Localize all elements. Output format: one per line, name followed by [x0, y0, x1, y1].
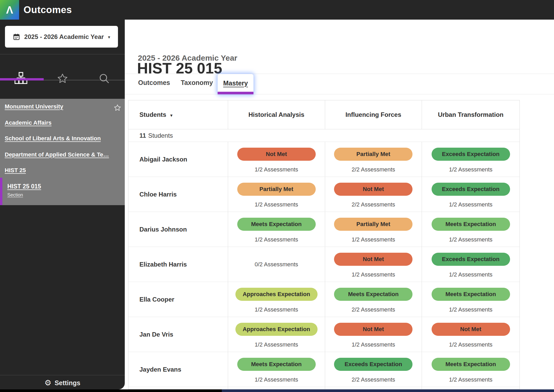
assessments-count: 1/2 Assessments [352, 271, 395, 278]
outcomes-app-screen: Λ Outcomes 2025 - 2026 Academic Year ▾ [0, 0, 554, 392]
tab-favorites[interactable] [42, 59, 83, 98]
mastery-badge: Partially Met [334, 218, 412, 231]
student-name: Ella Cooper [128, 282, 228, 317]
mastery-cell: Exceeds Expectation 1/2 Assessments [422, 247, 519, 282]
tab-mastery[interactable]: Mastery [218, 74, 253, 94]
active-tab-underline [218, 92, 253, 94]
assessments-count: 1/2 Assessments [255, 341, 298, 348]
mastery-cell: Not Met 1/2 Assessments [228, 142, 325, 177]
mastery-cell: Approaches Expectation 1/2 Assessments [228, 317, 325, 352]
mastery-table: Students ▼ Historical Analysis Influenci… [128, 100, 520, 389]
tabs-top-divider [125, 74, 554, 74]
mastery-badge: Exceeds Expectation [432, 253, 510, 266]
mastery-cell: Meets Expectation 1/2 Assessments [228, 212, 325, 247]
assessments-count: 2/2 Assessments [352, 201, 395, 208]
table-row: Ella Cooper Approaches Expectation 1/2 A… [128, 282, 519, 317]
org-unit-monument-university[interactable]: Monument University [5, 103, 63, 110]
mastery-cell: Meets Expectation 1/2 Assessments [422, 352, 519, 387]
tabs-bottom-divider [125, 94, 554, 94]
assessments-count: 1/2 Assessments [255, 236, 298, 243]
tab-taxonomy[interactable]: Taxonomy [181, 79, 213, 87]
mastery-badge: Exceeds Expectation [334, 358, 412, 371]
student-count-number: 11 [139, 132, 146, 139]
assessments-count: 1/2 Assessments [352, 341, 395, 348]
mastery-badge: Exceeds Expectation [432, 148, 510, 161]
mastery-badge: Not Met [334, 323, 412, 336]
mastery-cell: Meets Expectation 1/2 Assessments [422, 212, 519, 247]
student-name: Darius Johnson [128, 212, 228, 247]
table-row: Jayden Evans Meets Expectation 1/2 Asses… [128, 352, 519, 387]
students-header-label: Students [139, 111, 166, 118]
org-unit-dept-applied-science[interactable]: Department of Applied Science & Te… [5, 151, 109, 158]
mastery-cell: Partially Met 2/2 Assessments [325, 142, 422, 177]
sidebar: 2025 - 2026 Academic Year ▾ [0, 20, 125, 389]
assessments-count: 1/2 Assessments [449, 271, 492, 278]
table-row: Abigail Jackson Not Met 1/2 Assessments … [128, 142, 519, 177]
mastery-badge: Not Met [432, 323, 510, 336]
assessments-count: 1/2 Assessments [449, 341, 492, 348]
mastery-badge: Exceeds Expectation [432, 183, 510, 196]
assessments-count: 1/2 Assessments [255, 376, 298, 383]
chevron-down-icon: ▾ [108, 34, 110, 40]
tab-search[interactable] [83, 59, 125, 98]
mastery-cell: Exceeds Expectation 2/2 Assessments [325, 352, 422, 387]
assessments-count: 2/2 Assessments [352, 306, 395, 313]
mastery-cell: Not Met 1/2 Assessments [325, 247, 422, 282]
assessments-count: 1/2 Assessments [255, 306, 298, 313]
org-unit-school-liberal-arts[interactable]: School of Liberal Arts & Innovation [5, 135, 101, 142]
mastery-badge: Not Met [334, 253, 412, 266]
assessments-count: 1/2 Assessments [352, 236, 395, 243]
tab-outcomes[interactable]: Outcomes [138, 79, 170, 87]
sidebar-divider [0, 54, 125, 54]
org-unit-academic-affairs[interactable]: Academic Affairs [5, 119, 52, 126]
mastery-cell: Meets Expectation 1/2 Assessments [422, 282, 519, 317]
column-header-students[interactable]: Students ▼ [128, 100, 228, 129]
mastery-cell: Partially Met 1/2 Assessments [325, 212, 422, 247]
column-header-urban-transformation: Urban Transformation [422, 100, 519, 129]
app-logo: Λ [0, 0, 19, 20]
mastery-cell: Partially Met 1/2 Assessments [228, 177, 325, 212]
org-unit-hist-25[interactable]: HIST 25 [5, 167, 26, 174]
mastery-badge: Not Met [334, 183, 412, 196]
top-bar: Λ Outcomes [0, 0, 554, 20]
table-row-clipped [128, 387, 519, 389]
student-name: Jan De Vris [128, 317, 228, 352]
mastery-badge: Meets Expectation [334, 288, 412, 301]
mastery-cell: 0/2 Assessments [228, 247, 325, 282]
assessments-count: 1/2 Assessments [449, 306, 492, 313]
mastery-badge: Approaches Expectation [235, 323, 318, 336]
table-row: Chloe Harris Partially Met 1/2 Assessmen… [128, 177, 519, 212]
table-row: Darius Johnson Meets Expectation 1/2 Ass… [128, 212, 519, 247]
mastery-badge: Partially Met [237, 183, 316, 196]
settings-label: Settings [55, 379, 81, 387]
student-name: Elizabeth Harris [128, 247, 228, 282]
sort-caret-icon: ▼ [169, 113, 173, 118]
star-icon [57, 73, 68, 84]
active-tab-indicator [0, 78, 44, 80]
mastery-cell: Meets Expectation 1/2 Assessments [228, 352, 325, 387]
student-name: Jayden Evans [128, 352, 228, 387]
tab-mastery-label: Mastery [223, 79, 248, 87]
assessments-count: 0/2 Assessments [255, 261, 298, 268]
table-header-row: Students ▼ Historical Analysis Influenci… [128, 100, 519, 129]
calendar-icon [13, 33, 20, 41]
mastery-cell: Approaches Expectation 1/2 Assessments [228, 282, 325, 317]
table-row: Elizabeth Harris 0/2 Assessments Not Met… [128, 247, 519, 282]
mastery-cell: Exceeds Expectation 1/2 Assessments [422, 177, 519, 212]
main-content: 2025 - 2026 Academic Year HIST 25 015 Ou… [125, 20, 554, 389]
academic-year-selector[interactable]: 2025 - 2026 Academic Year ▾ [5, 26, 118, 48]
mastery-badge: Not Met [237, 148, 316, 161]
mastery-cell: Not Met 1/2 Assessments [325, 317, 422, 352]
student-name: Chloe Harris [128, 177, 228, 212]
settings-button[interactable]: ⚙ Settings [0, 377, 125, 389]
assessments-count: 1/2 Assessments [449, 236, 492, 243]
assessments-count: 1/2 Assessments [449, 201, 492, 208]
mastery-badge: Meets Expectation [432, 358, 510, 371]
org-unit-hist-25-015[interactable]: HIST 25 015 [7, 183, 41, 190]
mastery-badge: Meets Expectation [432, 288, 510, 301]
org-unit-section-label[interactable]: Section [7, 192, 23, 198]
favorite-star-icon[interactable] [114, 104, 121, 111]
student-name: Abigail Jackson [128, 142, 228, 177]
bottom-window-edge [0, 389, 554, 392]
column-header-historical-analysis: Historical Analysis [228, 100, 325, 129]
